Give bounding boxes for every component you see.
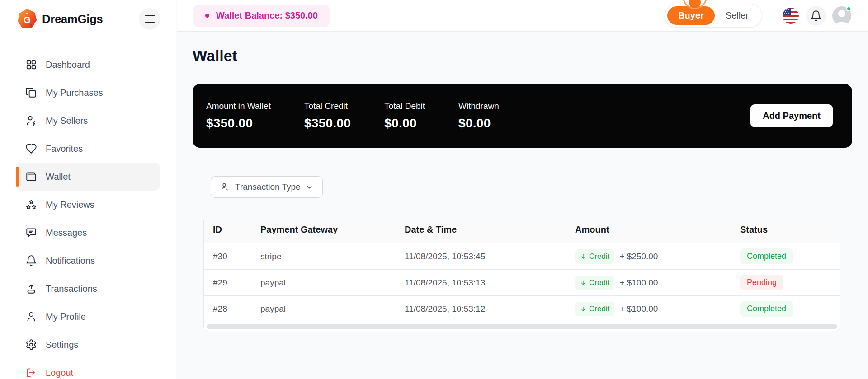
column-header-amount: Amount: [575, 225, 740, 235]
add-payment-button[interactable]: Add Payment: [750, 104, 833, 127]
heart-icon: [25, 143, 37, 154]
logout-door-icon: [25, 367, 37, 379]
app-root: G DreamGigs Dashboard My Purchases My Se…: [0, 0, 868, 379]
dashboard-grid-icon: [25, 59, 37, 70]
cell-datetime: 11/08/2025, 10:53:45: [405, 252, 575, 262]
role-toggle: Buyer Seller: [665, 4, 762, 28]
sidebar-item-dashboard[interactable]: Dashboard: [16, 51, 160, 79]
buyer-button[interactable]: Buyer: [667, 6, 715, 25]
table-body: #30 stripe 11/08/2025, 10:53:45 Credit +…: [204, 243, 840, 322]
dreamgigs-logo-icon[interactable]: G: [17, 9, 38, 29]
arrow-down-icon: [580, 280, 586, 286]
sidebar-logo-row: G DreamGigs: [0, 0, 176, 38]
header-right-cluster: Buyer Seller: [665, 4, 851, 28]
cell-amount: Credit + $250.00: [575, 249, 740, 264]
chat-bubble-icon: [25, 227, 37, 239]
arrow-down-icon: [580, 253, 586, 260]
cell-id: #29: [213, 278, 260, 288]
svg-text:G: G: [24, 14, 31, 25]
column-header-status: Status: [740, 225, 840, 235]
table-row: #29 paypal 11/08/2025, 10:53:13 Credit +…: [204, 270, 840, 296]
transaction-type-filter[interactable]: Transaction Type: [211, 176, 323, 198]
sidebar-item-my-profile[interactable]: My Profile: [16, 303, 160, 331]
cell-id: #28: [213, 304, 260, 314]
sidebar-item-logout[interactable]: Logout: [16, 359, 160, 379]
credit-badge: Credit: [575, 276, 614, 290]
wallet-stat: Total Credit $350.00: [304, 101, 351, 131]
credit-badge: Credit: [575, 249, 614, 264]
filter-label: Transaction Type: [235, 182, 301, 192]
sidebar-item-wallet[interactable]: Wallet: [16, 163, 160, 191]
brand-name: DreamGigs: [42, 12, 103, 26]
status-badge: Pending: [740, 275, 783, 290]
cell-status: Completed: [740, 301, 840, 317]
column-header-id: ID: [213, 225, 260, 235]
gear-icon: [25, 339, 37, 351]
table-row: #28 paypal 11/08/2025, 10:53:12 Credit +…: [204, 296, 840, 322]
seller-button[interactable]: Seller: [715, 6, 760, 25]
cell-amount: Credit + $100.00: [575, 276, 740, 290]
bell-icon[interactable]: [806, 6, 826, 26]
review-stars-icon: [25, 199, 37, 211]
sidebar-item-my-reviews[interactable]: My Reviews: [16, 191, 160, 219]
sidebar-item-my-purchases[interactable]: My Purchases: [16, 79, 160, 107]
user-filter-icon: [220, 182, 230, 192]
transactions-table: ID Payment Gateway Date & Time Amount St…: [203, 216, 840, 331]
online-status-dot: [846, 6, 851, 11]
pink-dot-icon: [205, 14, 209, 18]
sidebar-item-notifications[interactable]: Notifications: [16, 247, 160, 275]
user-icon: [25, 311, 37, 323]
main-content: Wallet Amount in Wallet $350.00 Total Cr…: [177, 32, 868, 379]
sidebar-item-favorites[interactable]: Favorites: [16, 135, 160, 163]
sidebar-item-messages[interactable]: Messages: [16, 219, 160, 247]
sidebar-item-transactions[interactable]: Transactions: [16, 275, 160, 303]
status-badge: Completed: [740, 248, 793, 264]
wallet-stat: Amount in Wallet $350.00: [206, 101, 271, 131]
credit-badge: Credit: [575, 302, 614, 316]
top-header: Wallet Balance: $350.00 Buyer Seller: [177, 0, 868, 32]
status-badge: Completed: [740, 301, 793, 317]
wallet-balance-pill: Wallet Balance: $350.00: [193, 5, 330, 27]
active-indicator: [16, 167, 19, 187]
horizontal-scrollbar-track: [204, 322, 840, 331]
wallet-stat: Total Debit $0.00: [384, 101, 425, 131]
cell-gateway: paypal: [260, 304, 405, 314]
page-title: Wallet: [193, 47, 237, 65]
hamburger-menu-icon[interactable]: [139, 8, 160, 30]
purchases-copy-icon: [25, 87, 37, 98]
cell-id: #30: [213, 252, 260, 262]
sidebar: G DreamGigs Dashboard My Purchases My Se…: [0, 0, 176, 379]
cell-datetime: 11/08/2025, 10:53:12: [405, 304, 575, 314]
cell-amount: Credit + $100.00: [575, 302, 740, 316]
column-header-datetime: Date & Time: [405, 225, 575, 235]
wallet-stats-card: Amount in Wallet $350.00 Total Credit $3…: [193, 84, 852, 148]
sidebar-item-my-sellers[interactable]: My Sellers: [16, 107, 160, 135]
us-flag-icon[interactable]: [783, 8, 799, 24]
horizontal-scrollbar-thumb[interactable]: [207, 324, 837, 329]
transactions-upload-icon: [25, 283, 37, 295]
cell-gateway: paypal: [260, 278, 405, 288]
cell-status: Pending: [740, 275, 840, 290]
table-row: #30 stripe 11/08/2025, 10:53:45 Credit +…: [204, 243, 840, 270]
sidebar-item-settings[interactable]: Settings: [16, 331, 160, 359]
header-divider: [772, 6, 772, 26]
user-avatar[interactable]: [832, 6, 851, 25]
wallet-balance-text: Wallet Balance: $350.00: [216, 10, 318, 21]
wallet-stat: Withdrawn $0.00: [458, 101, 499, 131]
cell-status: Completed: [740, 248, 840, 264]
arrow-down-icon: [580, 306, 586, 312]
bell-icon: [25, 255, 37, 267]
column-header-gateway: Payment Gateway: [260, 225, 405, 235]
cell-datetime: 11/08/2025, 10:53:13: [405, 278, 575, 288]
chevron-down-icon: [306, 183, 313, 191]
cell-gateway: stripe: [260, 252, 405, 262]
role-toggle-wrap: Buyer Seller: [665, 4, 762, 28]
wallet-icon: [25, 171, 37, 182]
table-header-row: ID Payment Gateway Date & Time Amount St…: [204, 216, 840, 243]
stats-row: Amount in Wallet $350.00 Total Credit $3…: [206, 101, 499, 131]
seller-user-bolt-icon: [25, 115, 37, 126]
sidebar-nav: Dashboard My Purchases My Sellers Favori…: [0, 51, 176, 379]
